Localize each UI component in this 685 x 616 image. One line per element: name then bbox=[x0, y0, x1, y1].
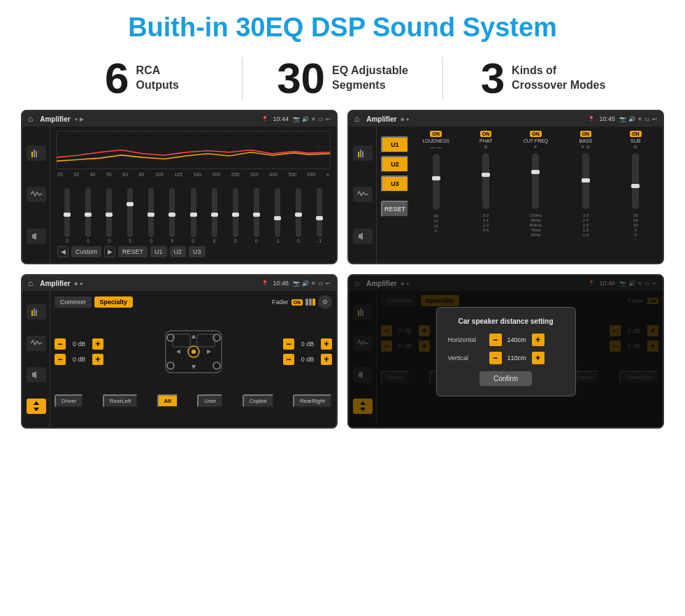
db-fr-plus[interactable]: + bbox=[321, 338, 332, 350]
preset-reset-button[interactable]: RESET bbox=[381, 201, 409, 217]
crossover-sidebar-wave-icon[interactable] bbox=[353, 187, 373, 202]
phat-slider[interactable] bbox=[482, 153, 489, 209]
eq-track-11[interactable] bbox=[296, 188, 301, 237]
sub-slider[interactable] bbox=[632, 153, 639, 209]
eq-handle-6[interactable] bbox=[190, 213, 197, 217]
eq-bottom-bar: ◀ Custom ▶ RESET U1 U2 U3 bbox=[56, 243, 331, 259]
preset-u3-button[interactable]: U3 bbox=[381, 176, 409, 192]
fader-all-button[interactable]: All bbox=[157, 394, 178, 408]
crossover-sidebar-speaker-icon[interactable] bbox=[353, 229, 373, 244]
eq-track-9[interactable] bbox=[254, 188, 259, 237]
eq-sidebar-wave-icon[interactable] bbox=[27, 187, 46, 202]
fader-rearleft-button[interactable]: RearLeft bbox=[103, 394, 138, 408]
dialog-horizontal-plus[interactable]: + bbox=[532, 334, 545, 346]
eq-track-12[interactable] bbox=[317, 188, 322, 237]
eq-sidebar-eq-icon[interactable] bbox=[27, 145, 46, 161]
fader-body: − 0 dB + − 0 dB + bbox=[55, 313, 332, 390]
stat-crossover-number: 3 bbox=[481, 57, 505, 100]
eq-slider-2: 0 bbox=[99, 188, 119, 243]
eq-handle-4[interactable] bbox=[147, 213, 154, 217]
eq-handle-8[interactable] bbox=[232, 213, 239, 217]
eq-track-0[interactable] bbox=[64, 188, 70, 237]
db-fr-minus[interactable]: − bbox=[283, 338, 294, 350]
loudness-handle[interactable] bbox=[432, 176, 440, 180]
speaker-svg bbox=[155, 313, 232, 390]
eq-track-4[interactable] bbox=[148, 188, 154, 237]
svg-rect-8 bbox=[362, 151, 363, 157]
eq-handle-9[interactable] bbox=[253, 213, 260, 217]
db-rl-minus[interactable]: − bbox=[55, 354, 66, 365]
db-control-fr: − 0 dB + bbox=[283, 338, 332, 350]
eq-u3-button[interactable]: U3 bbox=[189, 246, 206, 257]
eq-track-7[interactable] bbox=[212, 188, 217, 237]
fader-settings-icon[interactable]: ⚙ bbox=[318, 295, 332, 309]
eq-track-5[interactable] bbox=[169, 188, 175, 237]
crossover-location-icon: 📍 bbox=[588, 116, 595, 122]
eq-u1-button[interactable]: U1 bbox=[150, 246, 167, 257]
bass-label: BASS bbox=[579, 138, 593, 143]
db-rl-plus[interactable]: + bbox=[92, 354, 103, 365]
eq-u2-button[interactable]: U2 bbox=[170, 246, 187, 257]
preset-u1-button[interactable]: U1 bbox=[381, 136, 409, 153]
eq-track-8[interactable] bbox=[233, 188, 238, 237]
fader-sidebar-eq-icon[interactable] bbox=[27, 304, 46, 320]
dialog-horizontal-minus[interactable]: − bbox=[489, 334, 502, 346]
eq-handle-3[interactable] bbox=[127, 202, 134, 206]
bass-handle[interactable] bbox=[582, 178, 590, 182]
eq-handle-2[interactable] bbox=[106, 213, 113, 217]
db-fl-minus[interactable]: − bbox=[55, 338, 66, 350]
fader-copilot-button[interactable]: Copilot bbox=[243, 394, 274, 408]
fader-sidebar-speaker-icon[interactable] bbox=[27, 367, 46, 382]
cutfreq-slider[interactable] bbox=[532, 153, 539, 209]
eq-handle-5[interactable] bbox=[168, 213, 175, 217]
eq-battery-icon: ▭ bbox=[318, 116, 324, 122]
eq-slider-5: 0 bbox=[162, 188, 182, 243]
dialog-vertical-minus[interactable]: − bbox=[489, 352, 502, 364]
eq-reset-button[interactable]: RESET bbox=[118, 246, 147, 257]
eq-handle-7[interactable] bbox=[211, 213, 218, 217]
eq-handle-12[interactable] bbox=[316, 216, 323, 220]
dialog-horizontal-row: Horizontal − 140cm + bbox=[448, 334, 564, 346]
fader-common-tab[interactable]: Common bbox=[55, 296, 92, 308]
svg-rect-10 bbox=[359, 234, 360, 238]
screen-fader: ⌂ Amplifier ■ ● 📍 10:46 📷 🔊 ✕ ▭ ↩ bbox=[21, 274, 338, 429]
db-fl-plus[interactable]: + bbox=[92, 338, 103, 350]
eq-handle-0[interactable] bbox=[64, 213, 71, 217]
cutfreq-handle[interactable] bbox=[531, 170, 540, 174]
db-rr-minus[interactable]: − bbox=[283, 354, 294, 365]
fader-specialty-tab[interactable]: Specialty bbox=[94, 296, 134, 308]
dialog-confirm-button[interactable]: Confirm bbox=[480, 371, 532, 386]
fader-user-button[interactable]: User bbox=[197, 394, 223, 408]
eq-handle-10[interactable] bbox=[274, 216, 281, 220]
eq-val-1: 0 bbox=[87, 238, 89, 243]
db-rr-plus[interactable]: + bbox=[321, 354, 332, 365]
eq-handle-1[interactable] bbox=[85, 213, 92, 217]
phat-on-badge: ON bbox=[480, 131, 492, 137]
cutfreq-values: 100Hz 90Hz 80kHz 70Hz 60Hz bbox=[530, 213, 542, 237]
eq-track-3[interactable] bbox=[127, 188, 133, 237]
preset-u2-button[interactable]: U2 bbox=[381, 156, 409, 173]
bass-slider[interactable] bbox=[582, 153, 589, 209]
eq-topbar: ⌂ Amplifier ● ▶ 📍 10:44 📷 🔊 ✕ ▭ ↩ bbox=[22, 111, 336, 127]
eq-track-10[interactable] bbox=[275, 188, 280, 237]
eq-track-2[interactable] bbox=[106, 188, 112, 237]
loudness-slider[interactable] bbox=[433, 154, 440, 210]
eq-prev-button[interactable]: ◀ bbox=[57, 246, 68, 257]
sub-handle[interactable] bbox=[631, 184, 640, 188]
eq-handle-11[interactable] bbox=[295, 213, 302, 217]
fader-sidebar-wave-icon[interactable] bbox=[27, 336, 46, 351]
dialog-vertical-plus[interactable]: + bbox=[532, 352, 545, 364]
eq-sidebar-speaker-icon[interactable] bbox=[27, 229, 46, 244]
eq-home-icon: ⌂ bbox=[28, 114, 33, 124]
eq-track-1[interactable] bbox=[85, 188, 91, 237]
eq-track-6[interactable] bbox=[191, 188, 196, 237]
stat-eq-label: EQ Adjustable Segments bbox=[332, 64, 408, 93]
fader-rearright-button[interactable]: RearRight bbox=[293, 394, 332, 408]
fader-driver-button[interactable]: Driver bbox=[55, 394, 83, 408]
phat-handle[interactable] bbox=[482, 173, 490, 177]
eq-custom-button[interactable]: Custom bbox=[71, 246, 101, 257]
loudness-values: 48 32 16 0 bbox=[433, 214, 438, 233]
crossover-sidebar-eq-icon[interactable] bbox=[353, 145, 373, 161]
fader-sidebar-arrows-icon[interactable] bbox=[27, 399, 46, 414]
eq-next-button[interactable]: ▶ bbox=[104, 246, 115, 257]
